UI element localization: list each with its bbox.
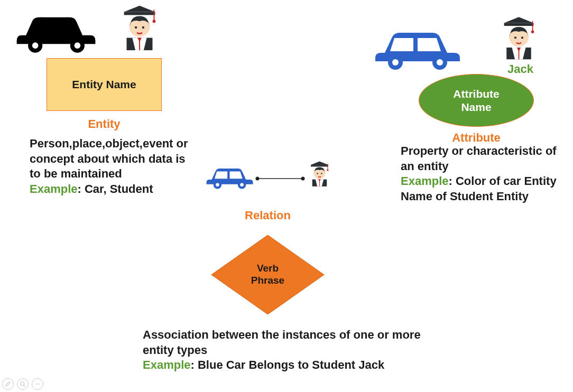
toolbar bbox=[2, 378, 43, 390]
svg-rect-36 bbox=[311, 165, 328, 166]
entity-section-label: Entity bbox=[47, 117, 162, 131]
black-car-icon bbox=[11, 6, 103, 56]
svg-point-44 bbox=[39, 384, 40, 385]
more-icon[interactable] bbox=[32, 378, 43, 390]
svg-point-11 bbox=[153, 20, 156, 23]
svg-point-18 bbox=[514, 36, 516, 39]
entity-example-prefix: Example bbox=[30, 182, 78, 195]
svg-point-30 bbox=[301, 177, 305, 181]
svg-point-6 bbox=[135, 26, 137, 29]
entity-box-label: Entity Name bbox=[72, 78, 136, 91]
svg-point-34 bbox=[321, 173, 322, 174]
svg-point-40 bbox=[21, 382, 24, 386]
blue-car-icon bbox=[370, 22, 465, 72]
svg-rect-9 bbox=[124, 12, 155, 15]
jack-label: Jack bbox=[507, 62, 533, 76]
svg-marker-35 bbox=[311, 162, 328, 165]
attribute-desc-text: Property or characteristic of an entity bbox=[401, 144, 557, 173]
entity-name-box: Entity Name bbox=[47, 58, 162, 111]
svg-line-41 bbox=[24, 385, 25, 387]
svg-point-13 bbox=[392, 59, 399, 66]
student-icon bbox=[494, 12, 543, 64]
relation-desc-text: Association between the instances of one… bbox=[143, 328, 421, 357]
attribute-section-label: Attribute bbox=[419, 131, 534, 145]
svg-point-43 bbox=[37, 384, 38, 385]
relation-example-text: : Blue Car Belongs to Student Jack bbox=[191, 358, 385, 371]
svg-point-25 bbox=[216, 183, 219, 187]
relation-section-label: Relation bbox=[211, 209, 324, 222]
svg-marker-20 bbox=[504, 17, 534, 23]
student-icon bbox=[114, 0, 165, 55]
attribute-description: Property or characteristic of an entity … bbox=[401, 144, 565, 204]
relation-example-prefix: Example bbox=[143, 358, 191, 371]
entity-description: Person,place,object,event or concept abo… bbox=[30, 136, 193, 197]
svg-point-1 bbox=[32, 42, 39, 49]
attribute-ellipse-label: AttributeName bbox=[453, 87, 500, 114]
verb-phrase-diamond: VerbPhrase bbox=[211, 235, 324, 314]
svg-point-23 bbox=[531, 30, 534, 33]
attribute-example-prefix: Example bbox=[401, 174, 449, 188]
diamond-label: VerbPhrase bbox=[251, 263, 284, 287]
svg-point-38 bbox=[327, 169, 328, 171]
svg-point-33 bbox=[317, 173, 318, 174]
svg-point-15 bbox=[437, 59, 443, 66]
svg-rect-21 bbox=[504, 23, 534, 26]
relation-mini-diagram bbox=[204, 157, 336, 202]
entity-desc-text: Person,place,object,event or concept abo… bbox=[30, 137, 188, 180]
svg-marker-8 bbox=[124, 6, 155, 12]
svg-point-19 bbox=[521, 36, 523, 39]
svg-point-3 bbox=[75, 42, 81, 49]
zoom-icon[interactable] bbox=[17, 378, 29, 390]
relation-description: Association between the instances of one… bbox=[143, 328, 428, 373]
svg-point-27 bbox=[240, 183, 244, 187]
svg-point-42 bbox=[35, 384, 36, 385]
attribute-name-ellipse: AttributeName bbox=[419, 74, 534, 127]
svg-point-7 bbox=[142, 26, 145, 29]
pen-icon[interactable] bbox=[2, 378, 14, 390]
entity-example-text: : Car, Student bbox=[78, 182, 153, 195]
